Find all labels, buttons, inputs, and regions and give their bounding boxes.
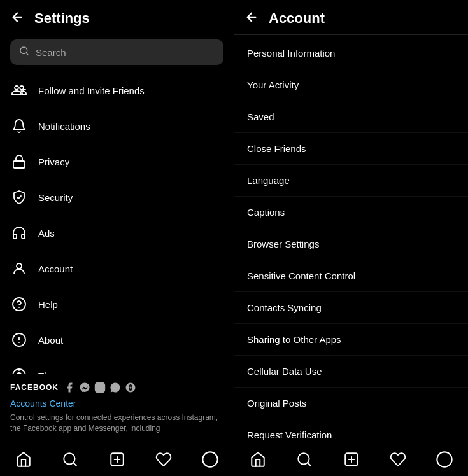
social-icons bbox=[64, 382, 136, 393]
svg-line-29 bbox=[308, 463, 311, 466]
svg-point-5 bbox=[13, 298, 25, 311]
right-item-personal-info[interactable]: Personal Information bbox=[234, 38, 468, 69]
right-item-contacts-syncing[interactable]: Contacts Syncing bbox=[234, 292, 468, 324]
account-icon bbox=[10, 260, 28, 277]
right-item-activity[interactable]: Your Activity bbox=[234, 69, 468, 101]
messenger-icon bbox=[79, 382, 90, 393]
right-item-captions[interactable]: Captions bbox=[234, 197, 468, 228]
search-box[interactable]: Search bbox=[10, 39, 223, 65]
menu-item-notifications[interactable]: Notifications bbox=[0, 108, 234, 144]
right-item-language[interactable]: Language bbox=[234, 165, 468, 197]
svg-point-27 bbox=[203, 452, 218, 466]
menu-label-security: Security bbox=[38, 192, 73, 203]
menu-item-security[interactable]: Security bbox=[0, 179, 234, 215]
accounts-center-link[interactable]: Accounts Center bbox=[10, 398, 223, 409]
right-heart-button[interactable] bbox=[374, 442, 421, 476]
right-item-cellular[interactable]: Cellular Data Use bbox=[234, 356, 468, 388]
right-menu: Personal Information Your Activity Saved… bbox=[234, 35, 468, 442]
menu-item-ads[interactable]: Ads bbox=[0, 215, 234, 251]
left-profile-button[interactable] bbox=[187, 442, 234, 476]
menu-label-ads: Ads bbox=[38, 228, 55, 239]
menu-item-about[interactable]: About bbox=[0, 322, 234, 358]
right-item-original-posts[interactable]: Original Posts bbox=[234, 388, 468, 419]
left-search-button[interactable] bbox=[46, 442, 93, 476]
menu-label-about: About bbox=[38, 335, 63, 346]
ads-icon bbox=[10, 224, 28, 242]
instagram-icon bbox=[94, 382, 106, 393]
settings-title: Settings bbox=[34, 10, 90, 27]
footer-description: Control settings for connected experienc… bbox=[10, 412, 223, 434]
svg-rect-3 bbox=[13, 161, 25, 168]
left-home-button[interactable] bbox=[0, 442, 46, 476]
right-item-request-verification[interactable]: Request Verification bbox=[234, 419, 468, 442]
facebook-label: FACEBOOK bbox=[10, 383, 59, 392]
menu-label-notifications: Notifications bbox=[38, 121, 90, 132]
search-icon bbox=[19, 46, 29, 59]
right-header: Account bbox=[234, 0, 468, 35]
menu-item-privacy[interactable]: Privacy bbox=[0, 144, 234, 179]
left-heart-button[interactable] bbox=[140, 442, 187, 476]
info-icon bbox=[10, 331, 28, 349]
right-item-browser-settings[interactable]: Browser Settings bbox=[234, 228, 468, 260]
threads-icon bbox=[125, 382, 136, 393]
facebook-row: FACEBOOK bbox=[10, 382, 223, 393]
right-back-button[interactable] bbox=[245, 10, 259, 27]
right-item-sharing[interactable]: Sharing to Other Apps bbox=[234, 324, 468, 356]
shield-icon bbox=[10, 188, 28, 206]
right-add-button[interactable] bbox=[328, 442, 374, 476]
search-container[interactable]: Search bbox=[0, 34, 234, 70]
follow-icon bbox=[10, 81, 28, 99]
svg-point-18 bbox=[102, 385, 103, 386]
menu-item-help[interactable]: Help bbox=[0, 286, 234, 322]
theme-icon bbox=[10, 367, 28, 374]
left-menu: Follow and Invite Friends Notifications … bbox=[0, 70, 234, 374]
svg-point-17 bbox=[98, 386, 102, 389]
right-item-saved[interactable]: Saved bbox=[234, 101, 468, 133]
help-icon bbox=[10, 295, 28, 313]
svg-point-21 bbox=[130, 387, 132, 389]
svg-line-23 bbox=[73, 463, 76, 466]
right-profile-button[interactable] bbox=[422, 442, 468, 476]
bottom-nav bbox=[0, 442, 468, 476]
back-button[interactable] bbox=[10, 10, 24, 27]
menu-label-follow: Follow and Invite Friends bbox=[38, 85, 145, 96]
right-item-sensitive-content[interactable]: Sensitive Content Control bbox=[234, 260, 468, 292]
right-item-close-friends[interactable]: Close Friends bbox=[234, 133, 468, 165]
search-placeholder: Search bbox=[36, 47, 66, 58]
right-nav-section bbox=[234, 442, 468, 476]
menu-label-account: Account bbox=[38, 263, 73, 274]
left-panel: Settings Search Follow and I bbox=[0, 0, 234, 442]
menu-item-theme[interactable]: Theme bbox=[0, 358, 234, 374]
right-search-button[interactable] bbox=[281, 442, 327, 476]
bell-icon bbox=[10, 117, 28, 135]
svg-point-33 bbox=[437, 452, 452, 466]
menu-label-privacy: Privacy bbox=[38, 157, 69, 167]
menu-label-help: Help bbox=[38, 299, 58, 310]
left-footer: FACEBOOK Accounts Center Control setting… bbox=[0, 374, 234, 442]
left-nav-section bbox=[0, 442, 234, 476]
left-add-button[interactable] bbox=[94, 442, 140, 476]
right-panel: Account Personal Information Your Activi… bbox=[234, 0, 468, 442]
right-panel-title: Account bbox=[269, 10, 325, 27]
menu-item-follow[interactable]: Follow and Invite Friends bbox=[0, 73, 234, 108]
left-header: Settings bbox=[0, 0, 234, 34]
lock-icon bbox=[10, 153, 28, 171]
whatsapp-icon bbox=[110, 382, 121, 393]
right-home-button[interactable] bbox=[234, 442, 281, 476]
facebook-icon bbox=[64, 382, 75, 393]
svg-point-4 bbox=[17, 263, 22, 269]
menu-item-account[interactable]: Account bbox=[0, 251, 234, 286]
